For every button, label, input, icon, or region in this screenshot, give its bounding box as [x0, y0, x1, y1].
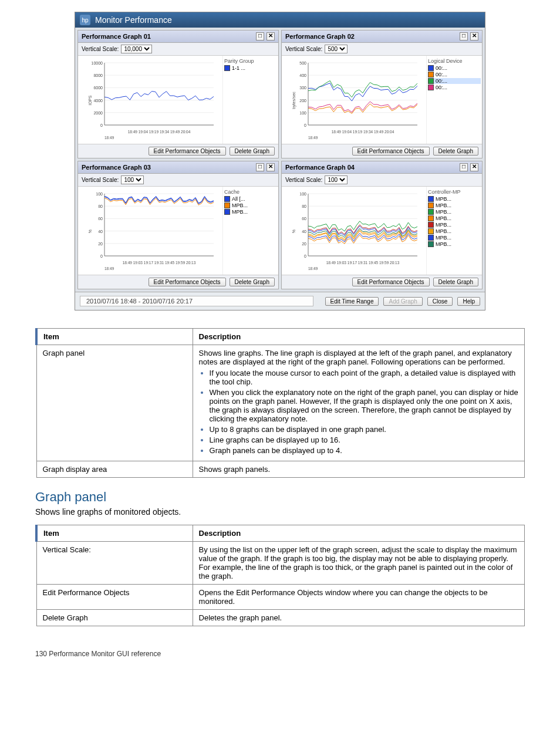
graph-panel-header: Performance Graph 01 □ ✕	[78, 31, 278, 43]
legend-swatch-icon	[428, 215, 434, 221]
chart-svg: 020406080100%18:49 19:03 19:17 19:31 19:…	[286, 190, 424, 272]
maximize-icon[interactable]: □	[460, 163, 468, 171]
edit-performance-objects-button[interactable]: Edit Performance Objects	[149, 278, 226, 286]
list-item: If you locate the mouse cursor to each p…	[210, 369, 518, 386]
chart-svg: 0200040006000800010000IOPS18:49 19:04 19…	[83, 59, 220, 141]
graph-panel: Performance Graph 01 □ ✕ Vertical Scale:…	[77, 30, 279, 158]
legend-item[interactable]: MPB...	[428, 241, 481, 247]
list-item: When you click the explanatory note on t…	[210, 388, 518, 423]
legend-title: Controller-MP	[428, 189, 481, 195]
delete-graph-button[interactable]: Delete Graph	[433, 147, 478, 156]
legend-swatch-icon	[428, 196, 434, 202]
time-range-readout: 2010/07/16 18:48 - 2010/07/16 20:17	[80, 296, 313, 306]
col-item: Item	[36, 329, 193, 345]
close-icon[interactable]: ✕	[470, 32, 478, 40]
svg-text:18:49  19:03  19:17  19:31  19: 18:49 19:03 19:17 19:31 19:45 19:59 20:1…	[326, 261, 400, 265]
vertical-scale-select[interactable]: 100	[121, 175, 144, 184]
graph-panel-body: 020406080100%18:49 19:03 19:17 19:31 19:…	[78, 187, 278, 275]
page-footer: 130 Performance Monitor GUI reference	[35, 650, 525, 658]
legend: Logical Device 00:... 00:... 00:... 00:.…	[426, 56, 482, 144]
graph-panel-title: Performance Graph 03	[82, 164, 151, 171]
svg-text:2000: 2000	[93, 111, 103, 115]
legend-item[interactable]: 00:...	[428, 72, 481, 77]
legend-item[interactable]: MPB...	[428, 196, 481, 202]
close-button[interactable]: Close	[427, 297, 453, 306]
legend-label: 00:...	[436, 85, 447, 90]
svg-text:%: %	[88, 229, 92, 233]
maximize-icon[interactable]: □	[460, 32, 468, 40]
close-icon[interactable]: ✕	[266, 163, 275, 171]
legend-title: Parity Group	[224, 58, 277, 64]
graph-panel-controls: Vertical Scale: 500	[282, 43, 482, 56]
legend-item[interactable]: MPB...	[428, 202, 481, 208]
legend-label: MPB...	[436, 202, 451, 208]
monitor-performance-window: hp Monitor Performance Performance Graph…	[75, 12, 485, 310]
svg-text:100: 100	[299, 192, 306, 196]
table-row: Vertical Scale: By using the list on the…	[36, 542, 525, 585]
delete-graph-button[interactable]: Delete Graph	[230, 278, 275, 286]
legend-item[interactable]: MPB...	[428, 228, 481, 234]
legend-swatch-icon	[428, 85, 434, 90]
graph-panel-controls: Vertical Scale: 100	[282, 174, 482, 187]
graph-panel: Performance Graph 02 □ ✕ Vertical Scale:…	[281, 30, 483, 158]
legend-item[interactable]: MPB...	[428, 209, 481, 215]
cell-item: Graph display area	[36, 461, 193, 478]
col-description: Description	[193, 525, 524, 542]
svg-text:300: 300	[299, 86, 306, 90]
legend-item[interactable]: MPB...	[428, 222, 481, 228]
edit-time-range-button[interactable]: Edit Time Range	[325, 297, 379, 306]
maximize-icon[interactable]: □	[256, 32, 264, 40]
table-row: Graph display area Shows graph panels.	[36, 461, 525, 478]
svg-text:18:49: 18:49	[308, 136, 318, 140]
table-row: Delete Graph Deletes the graph panel.	[36, 610, 525, 626]
graph-panel-footer: Edit Performance Objects Delete Graph	[282, 275, 482, 289]
legend-item[interactable]: 00:...	[428, 85, 481, 90]
cell-item: Delete Graph	[36, 610, 193, 626]
chart-area: 0200040006000800010000IOPS18:49 19:04 19…	[78, 56, 222, 144]
close-icon[interactable]: ✕	[266, 32, 275, 40]
vertical-scale-select[interactable]: 100	[325, 175, 348, 184]
delete-graph-button[interactable]: Delete Graph	[433, 278, 478, 286]
section-heading: Graph panel	[35, 490, 525, 505]
legend-item[interactable]: 00:...	[428, 65, 481, 71]
svg-text:18:49  19:04  19:19  19:34  19: 18:49 19:04 19:19 19:34 19:49 20:04	[128, 130, 191, 134]
delete-graph-button[interactable]: Delete Graph	[230, 147, 275, 156]
legend-swatch-icon	[428, 241, 434, 247]
cell-desc: Deletes the graph panel.	[193, 610, 524, 626]
cell-desc: Opens the Edit Performance Objects windo…	[193, 585, 524, 610]
legend-item[interactable]: 00:...	[428, 78, 481, 84]
cell-item: Edit Performance Objects	[36, 585, 193, 610]
graph-panel-body: 020406080100%18:49 19:03 19:17 19:31 19:…	[282, 187, 482, 275]
table-row: Graph panel Shows line graphs. The line …	[36, 345, 525, 461]
svg-text:4000: 4000	[93, 99, 103, 103]
legend-label: 1-1 ...	[232, 65, 245, 71]
edit-performance-objects-button[interactable]: Edit Performance Objects	[352, 278, 430, 286]
legend-swatch-icon	[224, 202, 230, 208]
legend-item[interactable]: All [...	[224, 196, 277, 202]
edit-performance-objects-button[interactable]: Edit Performance Objects	[149, 147, 226, 156]
legend-label: MPB...	[436, 222, 451, 228]
svg-text:40: 40	[302, 229, 306, 234]
edit-performance-objects-button[interactable]: Edit Performance Objects	[352, 147, 430, 156]
vertical-scale-select[interactable]: 500	[325, 45, 348, 53]
section-sub: Shows line graphs of monitored objects.	[35, 507, 525, 517]
legend-item[interactable]: 1-1 ...	[224, 65, 277, 71]
legend-item[interactable]: MPB...	[428, 235, 481, 241]
close-icon[interactable]: ✕	[470, 163, 478, 171]
cell-desc: By using the list on the upper left of t…	[193, 542, 524, 585]
add-graph-button[interactable]: Add Graph	[383, 297, 422, 306]
legend-label: MPB...	[436, 196, 451, 202]
vertical-scale-select[interactable]: 10,000	[121, 45, 152, 53]
maximize-icon[interactable]: □	[256, 163, 264, 171]
help-button[interactable]: Help	[457, 297, 480, 306]
graph-panel-body: 0100200300400500bytes/sec18:49 19:04 19:…	[282, 56, 482, 144]
legend-swatch-icon	[428, 235, 434, 241]
graph-panel-header: Performance Graph 03 □ ✕	[78, 161, 278, 174]
legend-item[interactable]: MPB...	[224, 209, 277, 215]
legend-item[interactable]: MPB...	[428, 215, 481, 221]
graph-panel-title: Performance Graph 01	[82, 33, 151, 40]
svg-text:18:49: 18:49	[104, 266, 114, 271]
legend-item[interactable]: MPB...	[224, 202, 277, 208]
graph-panel-title: Performance Graph 02	[285, 33, 355, 40]
svg-text:100: 100	[299, 111, 306, 115]
